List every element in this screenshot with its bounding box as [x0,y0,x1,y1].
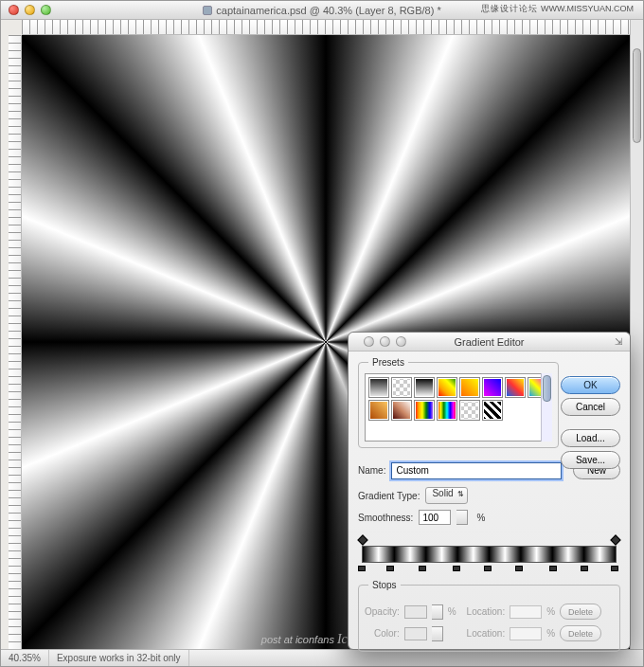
preset-swatch[interactable] [414,400,435,421]
color-stop-icon[interactable] [549,566,557,571]
color-stop-icon[interactable] [515,566,523,571]
opacity-stop-icon[interactable] [610,534,620,545]
chevron-updown-icon: ⇅ [457,490,464,498]
dialog-button-column: OK Cancel Load... Save... [561,376,620,469]
preset-swatch[interactable] [437,377,457,398]
color-swatch [404,627,427,640]
opacity-label: Opacity: [365,606,400,617]
color-stop-icon[interactable] [419,566,426,571]
gradient-type-label: Gradient Type: [358,491,420,501]
smoothness-input[interactable] [419,510,451,525]
percent-label: % [476,513,485,523]
location-label: Location: [467,628,506,639]
name-input[interactable] [391,462,562,479]
preset-swatch[interactable] [482,377,503,398]
color-label: Color: [374,628,400,639]
gradient-editor-dialog: Gradient Editor ⇲ Presets [348,332,631,650]
preset-swatch[interactable] [459,400,480,421]
ruler-vertical[interactable] [9,35,22,649]
color-stop-icon[interactable] [386,566,394,571]
pin-icon[interactable]: ⇲ [613,336,624,348]
color-location-input [510,627,542,640]
presets-scrollbar[interactable] [541,373,552,442]
scrollbar-thumb[interactable] [633,48,641,143]
presets-fieldset: Presets [358,357,559,448]
delete-color-stop-button: Delete [560,625,601,641]
color-stop-icon[interactable] [484,566,492,571]
proxy-icon [203,6,212,15]
gradient-preview[interactable] [362,546,617,563]
opacity-location-input [510,605,542,619]
location-label: Location: [467,606,506,617]
load-button[interactable]: Load... [561,429,620,447]
dialog-body: Presets [349,352,630,649]
opacity-stepper [432,604,443,620]
opacity-swatch [404,605,427,619]
preset-swatch[interactable] [505,377,526,398]
stops-legend: Stops [368,580,401,590]
status-zoom[interactable]: 40.35% [1,650,49,666]
save-button[interactable]: Save... [561,451,620,469]
preset-swatch[interactable] [368,400,389,421]
color-stop-icon[interactable] [581,566,588,571]
name-label: Name: [358,465,385,476]
preset-swatch[interactable] [368,377,389,398]
preset-swatch[interactable] [482,400,503,421]
preset-swatch[interactable] [437,400,457,421]
dialog-title: Gradient Editor [349,333,630,352]
stops-fieldset: Stops Opacity: % Location: % Delete Colo… [358,580,620,652]
smoothness-stepper[interactable] [456,510,468,525]
gradient-bar[interactable] [358,534,620,576]
presets-legend: Presets [368,357,408,368]
preset-swatch[interactable] [459,377,480,398]
preset-swatch[interactable] [391,377,412,398]
color-stepper [432,626,443,641]
color-stop-icon[interactable] [611,566,618,571]
opacity-stop-icon[interactable] [357,534,367,545]
watermark-top: 思缘设计论坛 WWW.MISSYUAN.COM [481,3,634,15]
presets-scrollbar-thumb[interactable] [543,375,551,402]
gradient-type-select[interactable]: Solid ⇅ [425,487,467,504]
preset-swatch[interactable] [414,377,435,398]
scrollbar-vertical[interactable] [630,20,643,649]
dialog-titlebar[interactable]: Gradient Editor ⇲ [349,333,630,352]
status-note: Exposure works in 32-bit only [49,650,189,666]
ok-button[interactable]: OK [561,376,620,394]
cancel-button[interactable]: Cancel [561,398,620,416]
color-stop-icon[interactable] [358,566,366,571]
color-stop-icon[interactable] [453,566,460,571]
delete-opacity-stop-button: Delete [560,604,601,620]
smoothness-label: Smoothness: [358,513,413,523]
ruler-horizontal[interactable] [22,20,630,35]
preset-swatch[interactable] [391,400,412,421]
presets-grid[interactable] [365,373,552,442]
